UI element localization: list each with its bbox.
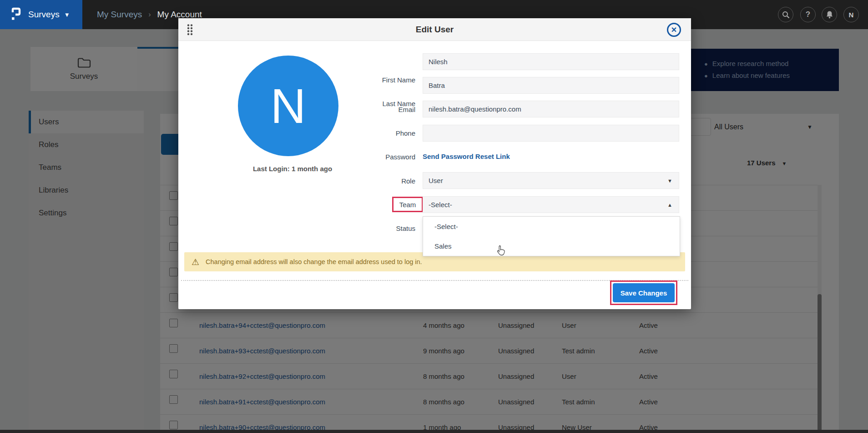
warning-text: Changing email address will also change … <box>206 258 422 265</box>
user-avatar[interactable]: N <box>843 7 859 22</box>
save-changes-button[interactable]: Save Changes <box>613 283 675 302</box>
warning-triangle-icon: ⚠ <box>192 257 199 267</box>
close-icon[interactable]: ✕ <box>667 23 681 37</box>
team-select[interactable]: -Select- ▲ <box>423 196 679 213</box>
hand-cursor-icon <box>497 245 505 258</box>
product-label: Surveys <box>28 10 60 20</box>
role-select[interactable]: User ▼ <box>423 172 679 189</box>
last-name-field[interactable] <box>423 77 679 94</box>
last-login-text: Last Login: 1 month ago <box>224 165 361 173</box>
first-name-label: First Name <box>315 76 415 84</box>
breadcrumb-separator: › <box>148 10 151 19</box>
notifications-bell-icon[interactable] <box>822 7 837 22</box>
chevron-down-icon: ▼ <box>64 11 70 18</box>
chevron-down-icon: ▼ <box>667 178 672 183</box>
team-select-value: -Select- <box>429 201 452 209</box>
modal-header: Edit User ✕ <box>178 18 691 41</box>
role-label: Role <box>315 177 415 185</box>
team-label-highlight: Team <box>392 197 423 212</box>
email-field[interactable] <box>423 101 679 117</box>
team-label: Team <box>399 201 416 209</box>
modal-title: Edit User <box>178 18 691 41</box>
help-icon[interactable]: ? <box>800 7 816 22</box>
chevron-up-icon: ▲ <box>667 202 672 208</box>
product-switcher[interactable]: Surveys ▼ <box>0 0 82 29</box>
questionpro-logo-icon <box>10 6 22 23</box>
search-icon[interactable] <box>778 7 793 22</box>
team-option-select[interactable]: -Select- <box>423 217 680 236</box>
role-select-value: User <box>429 177 443 184</box>
phone-field[interactable] <box>423 125 679 142</box>
password-label: Password <box>315 153 415 161</box>
email-label: Email <box>315 106 415 113</box>
team-dropdown-menu: -Select- Sales <box>423 216 680 256</box>
team-option-sales[interactable]: Sales <box>423 236 680 256</box>
send-password-reset-link[interactable]: Send Password Reset Link <box>423 153 510 160</box>
phone-label: Phone <box>315 129 415 137</box>
edit-user-modal: Edit User ✕ N Last Login: 1 month ago Fi… <box>178 18 691 309</box>
status-label: Status <box>315 224 415 232</box>
breadcrumb-my-surveys[interactable]: My Surveys <box>97 10 142 20</box>
first-name-field[interactable] <box>423 53 679 70</box>
